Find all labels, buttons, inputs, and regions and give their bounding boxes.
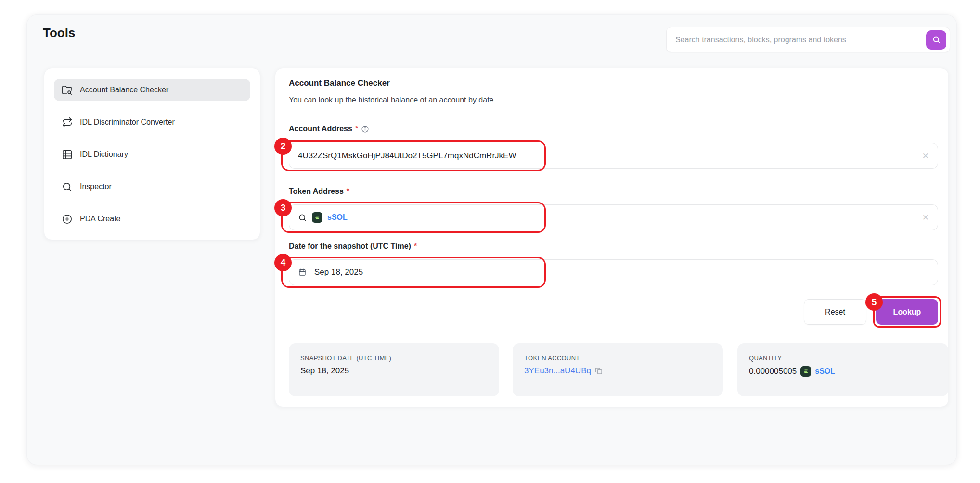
sidebar-item-idl-discriminator-converter[interactable]: IDL Discriminator Converter bbox=[54, 111, 250, 133]
lookup-button[interactable]: Lookup bbox=[876, 299, 938, 325]
table-icon bbox=[62, 149, 73, 160]
annotation-badge-5: 5 bbox=[865, 293, 883, 311]
reset-button[interactable]: Reset bbox=[804, 299, 866, 325]
snapshot-date-field[interactable]: Sep 18, 2025 bbox=[289, 259, 938, 285]
sidebar-item-label: PDA Create bbox=[80, 215, 120, 223]
annotation-badge-3: 3 bbox=[274, 199, 292, 216]
selected-token-label: sSOL bbox=[327, 213, 348, 222]
sidebar-item-label: IDL Dictionary bbox=[80, 150, 128, 159]
snapshot-date-result-value: Sep 18, 2025 bbox=[300, 366, 349, 376]
tools-sidebar: Account Balance Checker IDL Discriminato… bbox=[44, 68, 260, 240]
main-panel: Tools Account Balance Checke bbox=[26, 14, 957, 465]
token-address-field[interactable]: sSOL ✕ bbox=[289, 204, 938, 230]
account-address-label: Account Address * bbox=[289, 125, 369, 133]
quantity-value: 0.000005005 bbox=[749, 367, 797, 376]
tools-page: Tools Account Balance Checke bbox=[0, 0, 980, 483]
sidebar-item-label: Inspector bbox=[80, 182, 112, 191]
form-title: Account Balance Checker bbox=[289, 78, 390, 88]
page-title: Tools bbox=[43, 25, 75, 40]
form-description: You can look up the historical balance o… bbox=[289, 96, 496, 104]
clear-token-address-icon[interactable]: ✕ bbox=[922, 214, 929, 222]
clear-account-address-icon[interactable]: ✕ bbox=[922, 152, 929, 160]
global-search-bar bbox=[666, 27, 950, 52]
info-icon[interactable] bbox=[361, 125, 369, 133]
calendar-icon bbox=[298, 268, 307, 277]
sidebar-item-label: IDL Discriminator Converter bbox=[80, 118, 175, 127]
result-card-label: SNAPSHOT DATE (UTC TIME) bbox=[300, 355, 488, 362]
snapshot-date-value: Sep 18, 2025 bbox=[314, 267, 363, 277]
token-account-link[interactable]: 3YEu3n...aU4UBq bbox=[524, 366, 591, 376]
account-address-field: ✕ bbox=[289, 143, 938, 169]
search-input[interactable] bbox=[675, 36, 926, 44]
search-button[interactable] bbox=[926, 30, 946, 50]
token-account-result-card: TOKEN ACCOUNT 3YEu3n...aU4UBq bbox=[513, 343, 723, 396]
sidebar-item-pda-create[interactable]: PDA Create bbox=[54, 208, 250, 230]
annotation-badge-2: 2 bbox=[274, 138, 292, 155]
annotation-badge-4: 4 bbox=[274, 254, 292, 271]
plus-circle-icon bbox=[62, 214, 73, 225]
search-icon bbox=[62, 181, 73, 192]
sidebar-item-inspector[interactable]: Inspector bbox=[54, 176, 250, 198]
folder-search-icon bbox=[62, 85, 73, 96]
snapshot-date-label: Date for the snapshot (UTC Time) * bbox=[289, 242, 417, 251]
result-card-label: TOKEN ACCOUNT bbox=[524, 355, 711, 362]
swap-arrows-icon bbox=[62, 117, 73, 128]
quantity-token-link[interactable]: sSOL bbox=[815, 367, 835, 376]
search-icon bbox=[298, 213, 307, 222]
search-icon bbox=[932, 35, 941, 44]
token-address-label: Token Address * bbox=[289, 187, 349, 196]
account-address-input[interactable] bbox=[298, 151, 917, 161]
ssol-token-icon bbox=[800, 366, 811, 377]
snapshot-date-result-card: SNAPSHOT DATE (UTC TIME) Sep 18, 2025 bbox=[289, 343, 499, 396]
sidebar-item-label: Account Balance Checker bbox=[80, 86, 168, 94]
sidebar-item-idl-dictionary[interactable]: IDL Dictionary bbox=[54, 143, 250, 165]
result-card-label: QUANTITY bbox=[749, 355, 937, 362]
quantity-result-card: QUANTITY 0.000005005 sSOL bbox=[737, 343, 948, 396]
account-balance-checker-panel: Account Balance Checker You can look up … bbox=[275, 68, 949, 407]
ssol-token-icon bbox=[312, 212, 322, 223]
sidebar-item-account-balance-checker[interactable]: Account Balance Checker bbox=[54, 79, 250, 101]
copy-icon[interactable] bbox=[595, 367, 603, 375]
